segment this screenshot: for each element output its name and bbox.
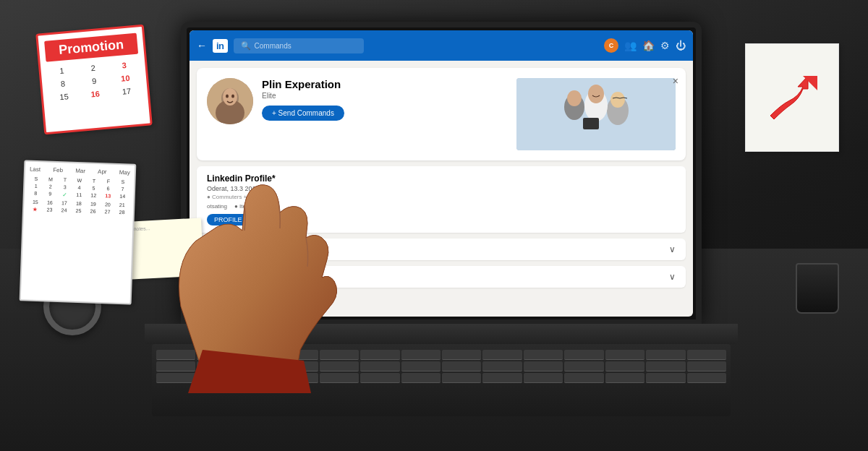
- right-note: [745, 43, 846, 159]
- svg-point-4: [226, 95, 229, 98]
- promotion-sign: Promotion 1 2 3 8 9 10 15 16 17: [40, 29, 166, 145]
- calendar-grid: 1 2 3 8 9 10 15 16 17: [46, 59, 142, 104]
- power-icon[interactable]: ⏻: [676, 40, 686, 51]
- user-avatar-icon[interactable]: C: [604, 38, 618, 53]
- search-icon: 🔍: [241, 41, 251, 51]
- scene: Promotion 1 2 3 8 9 10 15 16 17 Last Feb…: [0, 0, 868, 451]
- cup-shape: [796, 263, 839, 314]
- hand-svg: [166, 176, 383, 393]
- chevron-icon-1: ∨: [669, 244, 676, 254]
- linkedin-logo: in: [213, 39, 228, 53]
- connect-button[interactable]: + Send Commands: [262, 106, 344, 121]
- svg-point-10: [610, 92, 625, 108]
- profile-cover-image: [516, 78, 676, 150]
- home-icon[interactable]: 🏠: [642, 40, 655, 51]
- svg-rect-13: [583, 118, 599, 129]
- search-bar[interactable]: 🔍 Commands: [234, 38, 364, 53]
- chevron-icon-2: ∨: [669, 272, 676, 282]
- close-button[interactable]: ×: [673, 75, 678, 87]
- profile-avatar: [207, 78, 253, 124]
- svg-point-8: [567, 90, 582, 106]
- svg-point-12: [588, 85, 604, 103]
- profile-card: Plin Experation Elite + Send Commands: [197, 68, 686, 160]
- back-button[interactable]: ←: [197, 40, 207, 51]
- secondary-calendar: Last Feb Mar Apr May S M T W T F S 1 2 3…: [22, 162, 137, 306]
- linkedin-navbar: ← in 🔍 Commands C 👥 🏠 ⚙ ⏻: [190, 30, 693, 61]
- people-icon[interactable]: 👥: [624, 40, 637, 51]
- nav-icons: C 👥 🏠 ⚙ ⏻: [604, 38, 686, 53]
- note-paper: [745, 43, 839, 152]
- profile-subtitle: Elite: [262, 92, 508, 100]
- hand-overlay: [166, 176, 383, 393]
- promotion-label: Promotion: [44, 33, 138, 62]
- svg-point-5: [231, 95, 234, 98]
- settings-icon[interactable]: ⚙: [660, 40, 670, 51]
- profile-info: Plin Experation Elite + Send Commands: [262, 78, 508, 150]
- trending-arrow-icon: [763, 69, 821, 126]
- desk-cup: [796, 263, 839, 321]
- search-input-text: Commands: [255, 42, 292, 50]
- profile-name: Plin Experation: [262, 78, 508, 90]
